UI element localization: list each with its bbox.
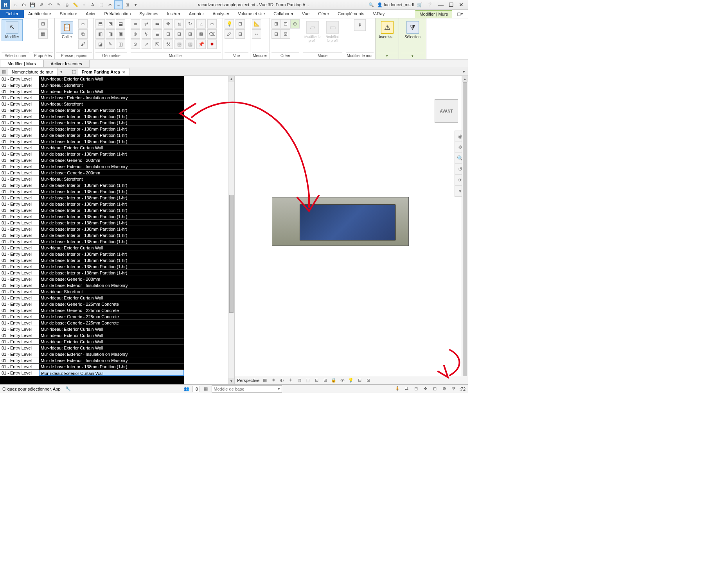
cut-icon[interactable]: ✂ (78, 19, 88, 29)
visual-style-icon[interactable]: ◐ (279, 377, 285, 384)
cell-level[interactable]: 01 - Entry Level (0, 270, 39, 276)
table-row[interactable]: 01 - Entry LevelMur de base: Interior - … (0, 232, 184, 238)
table-row[interactable]: 01 - Entry LevelMur-rideau: Storefront (0, 101, 184, 107)
cell-level[interactable]: 01 - Entry Level (0, 76, 39, 82)
cell-level[interactable]: 01 - Entry Level (0, 332, 39, 338)
worksets-icon[interactable]: 👥 (183, 385, 190, 393)
table-row[interactable]: 01 - Entry LevelMur de base: Interior - … (0, 195, 184, 201)
table-row[interactable]: 01 - Entry LevelMur-rideau: Exterior Cur… (0, 76, 184, 82)
c5-icon[interactable]: ⊠ (281, 29, 290, 39)
cell-level[interactable]: 01 - Entry Level (0, 326, 39, 332)
table-row[interactable]: 01 - Entry LevelMur de base: Generic - 2… (0, 307, 184, 314)
tab-prefab[interactable]: Préfabrication (100, 10, 135, 18)
cell-type[interactable]: Mur de base: Interior - 138mm Partition … (39, 188, 184, 194)
modify-button[interactable]: ↖Modifier (2, 19, 23, 41)
cell-level[interactable]: 01 - Entry Level (0, 201, 39, 207)
tab-file[interactable]: Fichier (0, 10, 24, 18)
cell-type[interactable]: Mur-rideau: Exterior Curtain Wall (39, 88, 184, 94)
section-icon[interactable]: ✂ (106, 0, 114, 9)
cell-level[interactable]: 01 - Entry Level (0, 289, 39, 294)
cell-level[interactable]: 01 - Entry Level (0, 138, 39, 144)
cell-level[interactable]: 01 - Entry Level (0, 132, 39, 138)
cell-type[interactable]: Mur de base: Generic - 225mm Concrete (39, 320, 184, 326)
table-row[interactable]: 01 - Entry LevelMur de base: Interior - … (0, 364, 184, 370)
cell-type[interactable]: Mur de base: Interior - 138mm Partition … (39, 270, 184, 276)
v4-icon[interactable]: ⊟ (235, 29, 245, 39)
table-row[interactable]: 01 - Entry LevelMur de base: Exterior - … (0, 163, 184, 170)
cell-level[interactable]: 01 - Entry Level (0, 238, 39, 244)
table-row[interactable]: 01 - Entry LevelMur de base: Interior - … (0, 126, 184, 132)
table-row[interactable]: 01 - Entry LevelMur de base: Interior - … (0, 238, 184, 245)
cell-level[interactable]: 01 - Entry Level (0, 345, 39, 351)
m19-icon[interactable]: ⇱ (153, 39, 162, 49)
3d-view-pane[interactable]: AVANT ◉ ✥ 🔍 ↺ ✈ ▾ ▲ ▼ Perspective ▦ ✶ ◐ … (235, 76, 468, 384)
tab-vue[interactable]: Vue (298, 10, 314, 18)
table-row[interactable]: 01 - Entry LevelMur-rideau: Exterior Cur… (0, 245, 184, 251)
cart-icon[interactable]: 🛒 (415, 0, 424, 9)
cell-type[interactable]: Mur de base: Interior - 138mm Partition … (39, 113, 184, 119)
cell-type[interactable]: Mur de base: Interior - 138mm Partition … (39, 182, 184, 188)
table-row[interactable]: 01 - Entry LevelMur de base: Interior - … (0, 138, 184, 145)
m21-icon[interactable]: ▧ (174, 39, 184, 49)
tab-schedule[interactable]: Nomenclature de mur (8, 68, 58, 75)
print-icon[interactable]: ⎙ (63, 0, 71, 9)
g9-icon[interactable]: ◫ (116, 39, 125, 49)
table-row[interactable]: 01 - Entry LevelMur-rideau: Storefront (0, 176, 184, 182)
cell-level[interactable]: 01 - Entry Level (0, 264, 39, 269)
tab-collaborer[interactable]: Collaborer (269, 10, 298, 18)
table-row[interactable]: 01 - Entry LevelMur de base: Interior - … (0, 251, 184, 257)
prop-icon[interactable]: ▦ (38, 29, 48, 39)
scroll-up-icon[interactable]: ▲ (228, 76, 234, 82)
s5-icon[interactable]: ⊡ (431, 385, 439, 393)
cell-type[interactable]: Mur de base: Interior - 138mm Partition … (39, 251, 184, 257)
render-icon[interactable]: ⬚ (305, 377, 311, 384)
tab-volume[interactable]: Volume et site (234, 10, 269, 18)
cell-level[interactable]: 01 - Entry Level (0, 170, 39, 176)
measure-tool-icon[interactable]: 📐 (252, 19, 261, 29)
table-row[interactable]: 01 - Entry LevelMur de base: Generic - 2… (0, 320, 184, 326)
table-row[interactable]: 01 - Entry LevelMur de base: Interior - … (0, 132, 184, 138)
cell-type[interactable]: Mur de base: Interior - 138mm Partition … (39, 257, 184, 263)
cell-level[interactable]: 01 - Entry Level (0, 151, 39, 157)
text-icon[interactable]: A (88, 0, 97, 9)
split-icon[interactable]: ✂ (207, 19, 217, 29)
cell-level[interactable]: 01 - Entry Level (0, 207, 39, 213)
c4-icon[interactable]: ⊟ (271, 29, 281, 39)
cell-level[interactable]: 01 - Entry Level (0, 101, 39, 107)
m11-icon[interactable]: ≣ (153, 29, 162, 39)
join-icon[interactable]: ⬓ (116, 19, 125, 29)
thin-lines-icon[interactable]: ≡ (114, 0, 123, 9)
vc13-icon[interactable]: ⊠ (365, 377, 371, 384)
g6-icon[interactable]: ▣ (116, 29, 125, 39)
cell-level[interactable]: 01 - Entry Level (0, 126, 39, 132)
user-area[interactable]: 👤 lucdoucet_msdl (377, 2, 414, 7)
g8-icon[interactable]: ✎ (106, 39, 115, 49)
filter-icon[interactable]: ⧩ (450, 385, 457, 393)
cell-type[interactable]: Mur de base: Generic - 200mm (39, 276, 184, 282)
table-row[interactable]: 01 - Entry LevelMur de base: Interior - … (0, 220, 184, 226)
search-icon[interactable]: 🔍 (367, 0, 376, 9)
trim-icon[interactable]: ⟀ (196, 19, 206, 29)
c2-icon[interactable]: ⊡ (281, 19, 290, 29)
m15-icon[interactable]: ⊠ (196, 29, 206, 39)
v2-icon[interactable]: ⊡ (235, 19, 245, 29)
table-row[interactable]: 01 - Entry LevelMur-rideau: Exterior Cur… (0, 345, 184, 351)
cell-type[interactable]: Mur-rideau: Exterior Curtain Wall (39, 245, 184, 251)
table-row[interactable]: 01 - Entry LevelMur de base: Interior - … (0, 107, 184, 113)
table-row[interactable]: 01 - Entry LevelMur-rideau: Storefront (0, 289, 184, 295)
table-row[interactable]: 01 - Entry LevelMur de base: Interior - … (0, 182, 184, 188)
table-row[interactable]: 01 - Entry LevelMur de base: Interior - … (0, 113, 184, 120)
cell-type[interactable]: Mur-rideau: Storefront (39, 101, 184, 107)
cell-type[interactable]: Mur de base: Interior - 138mm Partition … (39, 126, 184, 132)
table-row[interactable]: 01 - Entry LevelMur-rideau: Exterior Cur… (0, 370, 184, 376)
m10-icon[interactable]: ↯ (142, 29, 151, 39)
wall-attach-icon[interactable]: ⬍ (354, 19, 366, 31)
app-icon[interactable]: 🔧 (65, 385, 72, 393)
crop-visible-icon[interactable]: ⊞ (322, 377, 328, 384)
cell-type[interactable]: Mur de base: Interior - 138mm Partition … (39, 195, 184, 201)
cell-level[interactable]: 01 - Entry Level (0, 195, 39, 201)
tab-gerer[interactable]: Gérer (314, 10, 333, 18)
workset-combo[interactable]: Modèle de base▾ (212, 385, 282, 393)
cell-type[interactable]: Mur de base: Interior - 138mm Partition … (39, 138, 184, 144)
table-row[interactable]: 01 - Entry LevelMur de base: Exterior - … (0, 351, 184, 357)
